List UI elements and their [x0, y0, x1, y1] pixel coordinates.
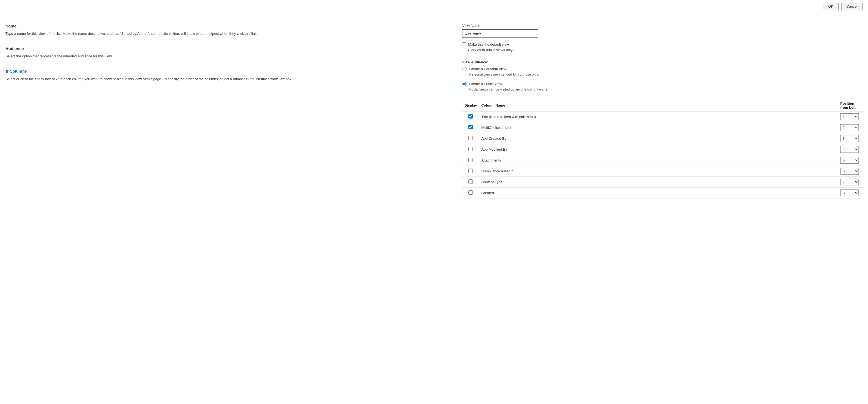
column-checkbox-0[interactable]: [468, 114, 473, 119]
columns-desc-bold: Position from left: [256, 77, 285, 81]
position-select-3[interactable]: 12345678910: [840, 146, 859, 153]
columns-icon: ▮: [5, 68, 8, 74]
right-panel: View Name: Make this the default view (A…: [451, 18, 868, 404]
radio-public-input[interactable]: [462, 82, 466, 86]
column-checkbox-6[interactable]: [468, 179, 473, 184]
table-row: App Created By12345678910: [462, 133, 863, 144]
default-view-checkbox-group: Make this the default view (Applies to p…: [462, 42, 863, 53]
radio-public-text: Create a Public View Public views can be…: [469, 81, 548, 92]
cancel-button[interactable]: Cancel: [841, 3, 863, 10]
table-row: Created12345678910: [462, 187, 863, 198]
personal-view-label: Create a Personal View: [469, 66, 538, 72]
position-select-7[interactable]: 12345678910: [840, 190, 859, 196]
table-row: MultiChoice column12345678910: [462, 122, 863, 133]
radio-public-view: Create a Public View Public views can be…: [462, 81, 863, 92]
header-position: Position from Left: [838, 100, 863, 111]
header-column-name: Column Name: [479, 100, 838, 111]
table-row: Compliance Asset Id12345678910: [462, 166, 863, 176]
table-row: Attachments12345678910: [462, 155, 863, 166]
columns-section-title: ▮ Columns: [5, 68, 440, 74]
public-view-label: Create a Public View: [469, 81, 548, 87]
column-checkbox-1[interactable]: [468, 125, 473, 129]
default-view-sub-text: (Applies to public views only): [468, 47, 514, 53]
name-section-desc: Type a name for this view of the list. M…: [5, 31, 440, 36]
position-select-5[interactable]: 12345678910: [840, 168, 859, 174]
view-name-label: View Name:: [462, 24, 863, 28]
column-name-cell-6: Content Type: [479, 176, 838, 187]
radio-personal-input[interactable]: [462, 67, 466, 71]
public-view-desc: Public views can be visited by anyone us…: [469, 88, 548, 91]
default-view-label-text: Make this the default view: [468, 42, 514, 47]
view-audience-section: View Audience: Create a Personal View Pe…: [462, 60, 863, 92]
position-select-1[interactable]: 12345678910: [840, 124, 859, 131]
page-container: Name Type a name for this view of the li…: [0, 13, 868, 404]
column-name-cell-1: MultiChoice column: [479, 122, 838, 133]
column-checkbox-7[interactable]: [468, 190, 473, 195]
columns-desc: Select or clear the check box next to ea…: [5, 76, 440, 82]
table-row: Title (linked to item with edit menu)123…: [462, 111, 863, 122]
position-select-4[interactable]: 12345678910: [840, 157, 859, 164]
view-audience-label: View Audience:: [462, 60, 863, 64]
position-select-2[interactable]: 12345678910: [840, 135, 859, 142]
table-row: App Modified By12345678910: [462, 144, 863, 155]
position-select-0[interactable]: 12345678910: [840, 113, 859, 120]
personal-view-desc: Personal views are intended for your use…: [469, 73, 538, 76]
column-checkbox-3[interactable]: [468, 147, 473, 151]
table-row: Content Type12345678910: [462, 176, 863, 187]
column-checkbox-2[interactable]: [468, 136, 473, 140]
columns-table-section: Display Column Name Position from Left T…: [462, 100, 863, 199]
columns-title-text: Columns: [9, 69, 27, 73]
columns-desc-text: Select or clear the check box next to ea…: [5, 77, 256, 81]
column-name-cell-2: App Created By: [479, 133, 838, 144]
audience-section: Audience Select the option that represen…: [5, 46, 440, 59]
view-name-input[interactable]: [462, 29, 538, 37]
name-section: Name Type a name for this view of the li…: [5, 24, 440, 36]
column-name-cell-3: App Modified By: [479, 144, 838, 155]
header-display: Display: [462, 100, 479, 111]
column-checkbox-4[interactable]: [468, 158, 473, 162]
name-section-title: Name: [5, 24, 440, 28]
column-name-cell-0: Title (linked to item with edit menu): [479, 111, 838, 122]
left-panel: Name Type a name for this view of the li…: [0, 18, 451, 404]
column-name-cell-7: Created: [479, 187, 838, 198]
columns-table: Display Column Name Position from Left T…: [462, 100, 863, 199]
columns-section-left: ▮ Columns Select or clear the check box …: [5, 68, 440, 82]
radio-group-audience: Create a Personal View Personal views ar…: [462, 66, 863, 92]
default-view-checkbox[interactable]: [462, 42, 466, 46]
ok-button[interactable]: OK: [823, 3, 839, 10]
default-view-label: Make this the default view (Applies to p…: [468, 42, 514, 53]
radio-personal-text: Create a Personal View Personal views ar…: [469, 66, 538, 77]
audience-section-title: Audience: [5, 46, 440, 51]
column-name-cell-4: Attachments: [479, 155, 838, 166]
column-name-cell-5: Compliance Asset Id: [479, 166, 838, 176]
column-checkbox-5[interactable]: [468, 169, 473, 173]
audience-section-desc: Select the option that represents the in…: [5, 54, 440, 59]
columns-desc-end: box.: [285, 77, 292, 81]
top-buttons-bar: OK Cancel: [0, 0, 868, 13]
radio-personal-view: Create a Personal View Personal views ar…: [462, 66, 863, 77]
view-name-section: View Name: Make this the default view (A…: [462, 24, 863, 53]
position-select-6[interactable]: 12345678910: [840, 179, 859, 186]
